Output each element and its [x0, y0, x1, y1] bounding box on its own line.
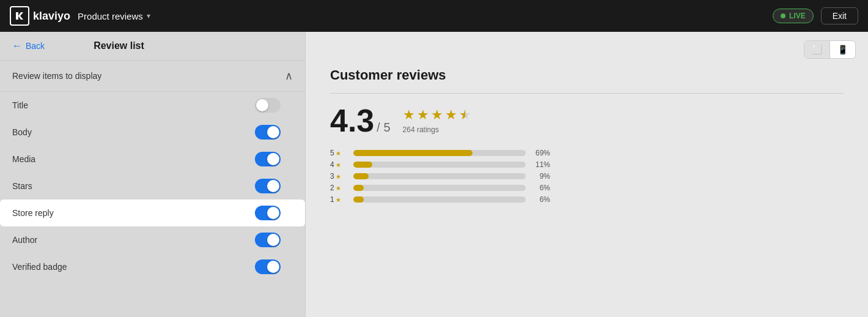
toggle-item-store_reply: Store reply: [0, 200, 305, 226]
product-reviews-label: Product reviews: [78, 11, 143, 21]
product-reviews-button[interactable]: Product reviews ▾: [78, 11, 150, 21]
toggle-label-store_reply: Store reply: [12, 208, 54, 218]
top-nav: klaviyo Product reviews ▾ LIVE Exit: [0, 0, 868, 32]
stars-row: ★★★★★★: [403, 107, 471, 123]
section-title: Review items to display: [12, 71, 101, 81]
panel-title: Review list: [94, 40, 144, 51]
toggle-thumb-author: [267, 234, 279, 246]
toggle-label-body: Body: [12, 127, 32, 137]
bar-star-icon-4: ★: [336, 162, 341, 168]
right-panel: ⬜ 📱 Customer reviews 4.3/ 5 ★★★★★★ 264 r…: [306, 32, 868, 317]
main-layout: ← Back Review list Review items to displ…: [0, 32, 868, 317]
toggle-switch-stars[interactable]: [255, 179, 281, 193]
star-half-4: ★★: [459, 107, 471, 123]
view-btn-group: ⬜ 📱: [804, 40, 856, 59]
bar-row-3: 3 ★9%: [330, 172, 550, 181]
bar-chart: 5 ★69%4 ★11%3 ★9%2 ★6%1 ★6%: [330, 149, 550, 204]
bar-fill-1: [353, 196, 364, 203]
toggle-label-author: Author: [12, 235, 37, 245]
bar-pct-4: 11%: [531, 160, 550, 169]
bar-pct-3: 9%: [531, 172, 550, 181]
back-header: ← Back Review list: [0, 32, 305, 61]
bar-star-icon-3: ★: [336, 173, 341, 180]
toggle-item-body: Body: [0, 119, 305, 146]
toggle-thumb-title: [256, 99, 268, 111]
toggle-label-media: Media: [12, 154, 35, 164]
exit-button[interactable]: Exit: [821, 7, 858, 24]
bar-track-2: [353, 185, 526, 191]
section-header[interactable]: Review items to display ∧: [0, 61, 305, 92]
back-button[interactable]: ← Back: [12, 40, 45, 51]
bar-track-1: [353, 196, 526, 203]
rating-out-of: / 5: [377, 121, 390, 134]
toggle-thumb-media: [267, 153, 279, 165]
bar-pct-2: 6%: [531, 184, 550, 192]
ratings-count: 264 ratings: [403, 125, 471, 134]
live-badge: LIVE: [773, 9, 814, 23]
bar-star-icon-2: ★: [336, 185, 341, 192]
bar-label-5: 5 ★: [330, 149, 348, 157]
toggle-item-title: Title: [0, 92, 305, 119]
star-full-1: ★: [417, 107, 429, 123]
stars-and-count: ★★★★★★ 264 ratings: [403, 107, 471, 134]
klaviyo-logo: klaviyo: [10, 6, 70, 26]
bar-track-4: [353, 162, 526, 168]
bar-fill-2: [353, 185, 364, 191]
bar-fill-3: [353, 173, 369, 179]
toggle-thumb-verified_badge: [267, 261, 279, 273]
toggle-thumb-store_reply: [267, 207, 279, 219]
preview-content: Customer reviews 4.3/ 5 ★★★★★★ 264 ratin…: [306, 67, 868, 231]
mobile-icon: 📱: [837, 45, 848, 54]
collapse-icon: ∧: [285, 69, 293, 83]
toggle-label-stars: Stars: [12, 181, 32, 191]
bar-star-icon-5: ★: [336, 150, 341, 157]
star-full-3: ★: [445, 107, 457, 123]
bar-row-4: 4 ★11%: [330, 160, 550, 169]
bar-row-1: 1 ★6%: [330, 195, 550, 204]
bar-pct-1: 6%: [531, 195, 550, 204]
bar-row-5: 5 ★69%: [330, 149, 550, 157]
back-label: Back: [26, 41, 45, 51]
bar-fill-4: [353, 162, 372, 168]
live-dot: [781, 13, 785, 18]
star-full-2: ★: [431, 107, 443, 123]
toggle-switch-author[interactable]: [255, 233, 281, 247]
nav-left: klaviyo Product reviews ▾: [10, 6, 150, 26]
desktop-icon: ⬜: [812, 45, 822, 54]
toggle-switch-store_reply[interactable]: [255, 206, 281, 220]
customer-reviews-title: Customer reviews: [330, 67, 844, 94]
toggle-switch-body[interactable]: [255, 125, 281, 140]
toggle-label-title: Title: [12, 100, 28, 110]
toggle-list: TitleBodyMediaStarsStore replyAuthorVeri…: [0, 92, 305, 280]
nav-right: LIVE Exit: [773, 7, 858, 24]
bar-label-3: 3 ★: [330, 172, 348, 181]
toggle-item-media: Media: [0, 146, 305, 173]
rating-summary: 4.3/ 5 ★★★★★★ 264 ratings: [330, 105, 844, 136]
star-full-0: ★: [403, 107, 415, 123]
toggle-label-verified_badge: Verified badge: [12, 262, 67, 272]
bar-track-3: [353, 173, 526, 179]
view-controls: ⬜ 📱: [306, 32, 868, 67]
back-arrow-icon: ←: [12, 40, 22, 51]
bar-pct-5: 69%: [531, 149, 550, 157]
live-label: LIVE: [789, 12, 806, 20]
toggle-item-verified_badge: Verified badge: [0, 253, 305, 280]
bar-label-2: 2 ★: [330, 184, 348, 192]
toggle-item-stars: Stars: [0, 173, 305, 200]
bar-fill-5: [353, 150, 473, 156]
toggle-item-author: Author: [0, 226, 305, 253]
bar-star-icon-1: ★: [336, 196, 341, 203]
toggle-thumb-body: [267, 126, 279, 138]
toggle-switch-title[interactable]: [255, 98, 281, 113]
toggle-switch-media[interactable]: [255, 152, 281, 166]
logo-text: klaviyo: [33, 10, 70, 23]
toggle-thumb-stars: [267, 180, 279, 192]
logo-icon: [10, 6, 29, 26]
toggle-switch-verified_badge[interactable]: [255, 259, 281, 274]
rating-value: 4.3: [330, 103, 374, 138]
mobile-view-button[interactable]: 📱: [829, 41, 855, 58]
rating-number: 4.3/ 5: [330, 105, 391, 136]
bar-row-2: 2 ★6%: [330, 184, 550, 192]
bar-label-4: 4 ★: [330, 160, 348, 169]
desktop-view-button[interactable]: ⬜: [804, 41, 829, 58]
